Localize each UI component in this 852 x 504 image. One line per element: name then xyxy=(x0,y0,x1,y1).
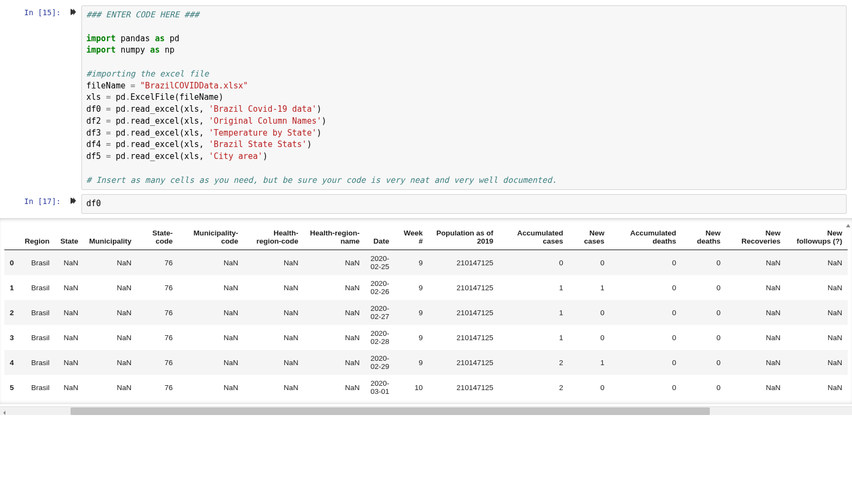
table-cell: 1 xyxy=(499,325,569,350)
table-cell: 0 xyxy=(610,275,682,300)
table-cell: 76 xyxy=(137,275,178,300)
table-cell: 76 xyxy=(137,375,178,400)
column-header: Date xyxy=(365,225,395,250)
column-header: Health-region-code xyxy=(244,225,304,250)
table-cell: NaN xyxy=(726,375,786,400)
table-cell: NaN xyxy=(84,300,137,325)
code-input[interactable]: ### ENTER CODE HERE ### import pandas as… xyxy=(81,5,847,190)
table-cell: 1 xyxy=(569,350,610,375)
table-cell: 2020-02-25 xyxy=(365,250,395,276)
table-cell: 0 xyxy=(610,375,682,400)
table-cell: 210147125 xyxy=(428,300,499,325)
table-header-row: RegionStateMunicipalityState-codeMunicip… xyxy=(4,225,848,250)
table-cell: NaN xyxy=(304,375,365,400)
table-cell: 2 xyxy=(499,375,569,400)
table-cell: NaN xyxy=(84,250,137,276)
table-cell: 0 xyxy=(682,325,726,350)
table-cell: 9 xyxy=(395,325,428,350)
table-cell: NaN xyxy=(55,350,84,375)
table-cell: NaN xyxy=(55,300,84,325)
column-header: Health-region-name xyxy=(304,225,365,250)
table-cell: NaN xyxy=(304,300,365,325)
table-cell: 9 xyxy=(395,300,428,325)
table-cell: 0 xyxy=(569,300,610,325)
table-cell: 1 xyxy=(499,300,569,325)
table-cell: NaN xyxy=(178,325,244,350)
column-header xyxy=(4,225,20,250)
table-cell: 210147125 xyxy=(428,375,499,400)
table-cell: NaN xyxy=(84,350,137,375)
row-index: 0 xyxy=(4,250,20,276)
table-cell: 0 xyxy=(682,350,726,375)
table-cell: NaN xyxy=(726,350,786,375)
table-cell: NaN xyxy=(726,300,786,325)
table-cell: 0 xyxy=(682,275,726,300)
row-index: 1 xyxy=(4,275,20,300)
column-header: Accumulated cases xyxy=(499,225,569,250)
table-cell: NaN xyxy=(304,350,365,375)
table-cell: NaN xyxy=(786,275,848,300)
vscroll-up-icon[interactable] xyxy=(845,221,851,230)
table-cell: 9 xyxy=(395,275,428,300)
table-cell: 2 xyxy=(499,350,569,375)
table-cell: 2020-03-01 xyxy=(365,375,395,400)
table-cell: 9 xyxy=(395,350,428,375)
table-cell: NaN xyxy=(304,250,365,276)
table-cell: NaN xyxy=(178,300,244,325)
table-cell: NaN xyxy=(55,250,84,276)
code-input[interactable]: df0 xyxy=(81,194,847,214)
scrollbar-thumb[interactable] xyxy=(71,407,710,415)
row-index: 5 xyxy=(4,375,20,400)
table-cell: Brasil xyxy=(20,275,55,300)
table-cell: 10 xyxy=(395,375,428,400)
table-cell: 210147125 xyxy=(428,275,499,300)
table-cell: NaN xyxy=(55,325,84,350)
table-cell: NaN xyxy=(244,350,304,375)
input-prompt: In [15]: xyxy=(0,5,65,17)
table-cell: 210147125 xyxy=(428,250,499,276)
run-cell-icon[interactable] xyxy=(65,194,81,206)
table-cell: NaN xyxy=(178,375,244,400)
table-cell: 0 xyxy=(610,250,682,276)
table-cell: 76 xyxy=(137,300,178,325)
table-cell: NaN xyxy=(244,250,304,276)
table-cell: NaN xyxy=(178,250,244,276)
table-cell: NaN xyxy=(178,275,244,300)
table-cell: NaN xyxy=(304,325,365,350)
scroll-left-icon[interactable] xyxy=(2,409,7,415)
table-row: 5BrasilNaNNaN76NaNNaNNaN2020-03-01102101… xyxy=(4,375,848,400)
output-area: RegionStateMunicipalityState-codeMunicip… xyxy=(0,218,852,404)
code-cell-15: In [15]: ### ENTER CODE HERE ### import … xyxy=(0,5,852,190)
table-cell: NaN xyxy=(726,325,786,350)
table-cell: 2020-02-26 xyxy=(365,275,395,300)
table-cell: 1 xyxy=(569,275,610,300)
table-cell: Brasil xyxy=(20,325,55,350)
run-cell-icon[interactable] xyxy=(65,5,81,17)
table-cell: NaN xyxy=(786,325,848,350)
table-cell: 76 xyxy=(137,325,178,350)
table-cell: NaN xyxy=(244,325,304,350)
table-cell: 0 xyxy=(499,250,569,276)
table-row: 2BrasilNaNNaN76NaNNaNNaN2020-02-27921014… xyxy=(4,300,848,325)
table-cell: 0 xyxy=(610,350,682,375)
table-cell: 76 xyxy=(137,250,178,276)
column-header: New followups (?) xyxy=(786,225,848,250)
column-header: New cases xyxy=(569,225,610,250)
table-cell: NaN xyxy=(304,275,365,300)
table-cell: 0 xyxy=(569,325,610,350)
table-cell: NaN xyxy=(726,275,786,300)
column-header: Municipality-code xyxy=(178,225,244,250)
column-header: Region xyxy=(20,225,55,250)
table-cell: 210147125 xyxy=(428,350,499,375)
table-cell: 0 xyxy=(610,325,682,350)
table-cell: 210147125 xyxy=(428,325,499,350)
table-cell: NaN xyxy=(244,375,304,400)
table-cell: Brasil xyxy=(20,300,55,325)
column-header: New Recoveries xyxy=(726,225,786,250)
table-cell: 0 xyxy=(682,375,726,400)
table-row: 0BrasilNaNNaN76NaNNaNNaN2020-02-25921014… xyxy=(4,250,848,276)
table-cell: 0 xyxy=(610,300,682,325)
horizontal-scrollbar[interactable] xyxy=(0,406,852,415)
table-row: 3BrasilNaNNaN76NaNNaNNaN2020-02-28921014… xyxy=(4,325,848,350)
table-cell: NaN xyxy=(244,275,304,300)
